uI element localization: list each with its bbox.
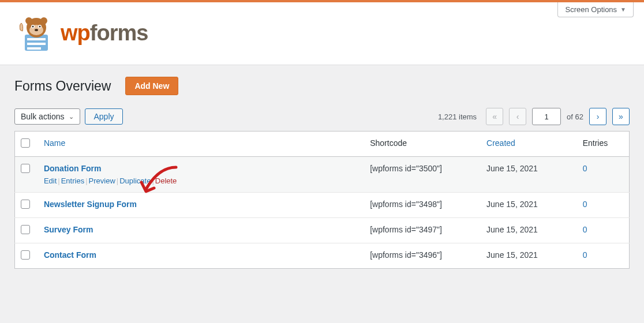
col-created-header[interactable]: Created (486, 138, 515, 148)
form-title-link[interactable]: Newsletter Signup Form (44, 200, 137, 209)
entries-link[interactable]: Entries (61, 176, 84, 185)
screen-options-label: Screen Options (565, 5, 617, 14)
created-text: June 15, 2021 (486, 200, 538, 209)
add-new-button[interactable]: Add New (125, 77, 178, 95)
row-checkbox[interactable] (21, 164, 30, 173)
created-text: June 15, 2021 (486, 164, 538, 173)
table-row: Contact Form[wpforms id="3496"]June 15, … (15, 243, 630, 269)
chevron-down-icon: ⌄ (69, 113, 74, 121)
col-entries-header: Entries (577, 132, 630, 157)
page-header: Forms Overview Add New (0, 65, 644, 108)
pagination: 1,221 items « ‹ of 62 › » (438, 108, 630, 125)
row-checkbox[interactable] (21, 200, 30, 209)
page-next-button[interactable]: › (589, 108, 606, 125)
logo-text-wp: wp (61, 21, 90, 45)
row-actions: Edit|Entries|Preview|Duplicate|Delete (44, 176, 358, 185)
svg-rect-1 (27, 38, 46, 40)
page-current-input[interactable] (532, 108, 561, 125)
page-last-button[interactable]: » (612, 108, 630, 125)
shortcode-text: [wpforms id="3496"] (370, 250, 442, 260)
page-prev-button[interactable]: ‹ (509, 108, 526, 125)
table-row: Donation FormEdit|Entries|Preview|Duplic… (15, 157, 630, 193)
shortcode-text: [wpforms id="3500"] (370, 164, 442, 173)
chevron-down-icon: ▼ (620, 6, 626, 13)
apply-button[interactable]: Apply (85, 108, 122, 125)
form-title-link[interactable]: Contact Form (44, 250, 96, 260)
wpforms-mascot-icon (14, 13, 55, 53)
screen-options-toggle[interactable]: Screen Options ▼ (557, 2, 634, 17)
items-count: 1,221 items (438, 112, 477, 121)
created-text: June 15, 2021 (486, 225, 538, 234)
filter-row: Bulk actions ⌄ Apply 1,221 items « ‹ of … (0, 108, 644, 131)
select-all-checkbox[interactable] (21, 138, 30, 148)
logo: wpforms (14, 13, 630, 53)
svg-point-12 (40, 17, 47, 24)
svg-point-9 (39, 26, 41, 28)
svg-point-7 (32, 26, 34, 28)
entries-count-link[interactable]: 0 (583, 250, 587, 260)
table-row: Newsletter Signup Form[wpforms id="3498"… (15, 193, 630, 218)
entries-count-link[interactable]: 0 (583, 200, 587, 209)
row-checkbox[interactable] (21, 225, 30, 234)
page-first-button[interactable]: « (486, 108, 503, 125)
shortcode-text: [wpforms id="3497"] (370, 225, 442, 234)
created-text: June 15, 2021 (486, 250, 538, 260)
edit-link[interactable]: Edit (44, 176, 57, 185)
shortcode-text: [wpforms id="3498"] (370, 200, 442, 209)
logo-text: wpforms (61, 21, 148, 46)
logo-text-forms: forms (90, 21, 148, 45)
preview-link[interactable]: Preview (89, 176, 115, 185)
col-shortcode-header: Shortcode (364, 132, 481, 157)
entries-count-link[interactable]: 0 (583, 225, 587, 234)
forms-table: Name Shortcode Created Entries Donation … (14, 131, 630, 269)
page-title: Forms Overview (14, 78, 111, 94)
form-title-link[interactable]: Donation Form (44, 164, 102, 173)
form-title-link[interactable]: Survey Form (44, 225, 93, 234)
duplicate-link[interactable]: Duplicate (119, 176, 151, 185)
page-total-label: of 62 (567, 112, 583, 121)
bulk-actions-select[interactable]: Bulk actions ⌄ (14, 108, 80, 125)
table-row: Survey Form[wpforms id="3497"]June 15, 2… (15, 218, 630, 243)
bulk-actions-label: Bulk actions (21, 112, 64, 121)
svg-rect-2 (27, 43, 46, 45)
svg-point-10 (35, 29, 38, 31)
svg-rect-3 (27, 47, 41, 50)
entries-count-link[interactable]: 0 (583, 164, 587, 173)
col-name-header[interactable]: Name (44, 138, 65, 148)
svg-point-11 (25, 17, 32, 24)
row-checkbox[interactable] (21, 250, 30, 260)
delete-link[interactable]: Delete (155, 176, 177, 185)
logo-area: wpforms (0, 2, 644, 65)
